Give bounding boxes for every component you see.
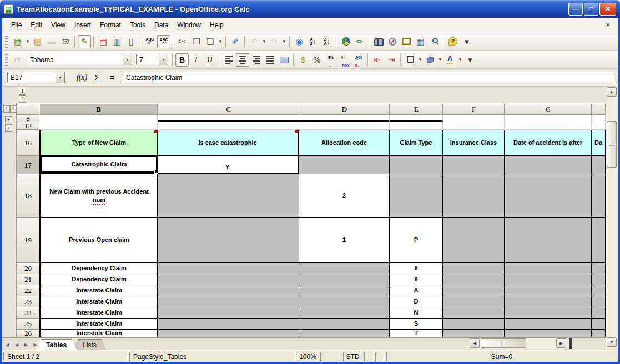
cell-H25[interactable]: [592, 318, 606, 330]
cell-C20[interactable]: [158, 263, 299, 274]
zoom-button[interactable]: [427, 35, 441, 48]
cell-F26[interactable]: [443, 330, 505, 337]
menu-view[interactable]: View: [47, 19, 70, 31]
cell-B18[interactable]: New Claim with previous Accidentnum: [39, 174, 158, 218]
cell-D18[interactable]: 2: [299, 174, 390, 218]
cell-C18[interactable]: [158, 174, 299, 218]
menu-insert[interactable]: Insert: [70, 19, 95, 31]
cell-D26[interactable]: [299, 330, 390, 337]
row-outline-level-2-button[interactable]: 2: [10, 105, 17, 113]
selection-mode-indicator[interactable]: STD: [343, 352, 362, 361]
header-corner[interactable]: [17, 103, 39, 115]
status-blank-panel[interactable]: [364, 352, 374, 361]
page-style-indicator[interactable]: PageStyle_Tables: [129, 352, 296, 361]
number-format-currency-button[interactable]: $: [296, 53, 310, 67]
column-header-d[interactable]: D: [299, 103, 390, 115]
insert-chart-button[interactable]: [339, 35, 352, 48]
column-header-g[interactable]: G: [505, 103, 592, 115]
title-bar[interactable]: ▦ TeamAllocationExample_TYPICAL_EXAMPLE …: [0, 0, 620, 18]
status-blank-panel[interactable]: [320, 352, 341, 361]
cell-B25[interactable]: Interstate Claim: [39, 318, 158, 330]
cell-F18[interactable]: [443, 174, 505, 218]
cell-E26[interactable]: T: [390, 330, 443, 337]
font-size-combo[interactable]: 7▼: [136, 54, 168, 65]
align-right-button[interactable]: [250, 53, 263, 67]
scroll-down-button[interactable]: ▼: [607, 337, 617, 347]
cell-B16[interactable]: Type of New Claim: [39, 130, 158, 156]
underline-button[interactable]: U: [203, 53, 216, 67]
paste-button[interactable]: ❑: [204, 35, 217, 48]
italic-button[interactable]: I: [189, 53, 203, 67]
cell-F19[interactable]: [443, 218, 505, 263]
help-button[interactable]: ?: [446, 35, 460, 48]
page-preview-button[interactable]: ▯: [124, 35, 138, 48]
cell-H17[interactable]: [592, 156, 606, 174]
background-color-button[interactable]: [424, 53, 437, 67]
sheet-indicator[interactable]: Sheet 1 / 2: [3, 352, 128, 361]
row-header-20[interactable]: 20: [17, 263, 39, 274]
window-split-handle[interactable]: [569, 338, 572, 349]
hyperlink-button[interactable]: ◉: [293, 35, 306, 48]
row-header-24[interactable]: 24: [17, 307, 39, 318]
save-document-button[interactable]: ▬: [45, 35, 58, 48]
cell-G12[interactable]: [505, 122, 592, 130]
cell-E21[interactable]: 9: [390, 274, 443, 285]
cell-E23[interactable]: D: [390, 296, 443, 307]
find-replace-button[interactable]: [372, 35, 385, 48]
new-document-dropdown-icon[interactable]: ▼: [25, 35, 31, 48]
scroll-left-button[interactable]: ◀: [470, 338, 480, 348]
cell-G17[interactable]: [505, 156, 592, 174]
cell-F16[interactable]: Insurance Class: [443, 130, 505, 156]
column-header-e[interactable]: E: [390, 103, 443, 115]
row-header-18[interactable]: 18: [17, 174, 39, 218]
cell-D25[interactable]: [299, 318, 390, 330]
borders-button[interactable]: [404, 53, 417, 67]
first-sheet-button[interactable]: |◀: [2, 340, 12, 350]
cell-E17[interactable]: [390, 156, 443, 174]
cell-F17[interactable]: [443, 156, 505, 174]
cell-C22[interactable]: [158, 285, 299, 296]
merge-cells-button[interactable]: [278, 53, 291, 67]
edit-file-button[interactable]: ✎: [78, 35, 91, 48]
cell-G8[interactable]: [505, 115, 592, 122]
column-header-b[interactable]: B: [39, 103, 158, 115]
scroll-up-button[interactable]: ▲: [607, 87, 617, 97]
new-document-button[interactable]: ▦: [11, 35, 24, 48]
font-name-combo[interactable]: Tahoma▼: [27, 54, 132, 65]
cell-D12[interactable]: [299, 122, 390, 130]
bold-button[interactable]: B: [175, 53, 189, 67]
cell-C24[interactable]: [158, 307, 299, 318]
add-decimal-place-button[interactable]: 0→.000: [338, 53, 351, 67]
cell-C19[interactable]: [158, 218, 299, 263]
align-center-button[interactable]: [236, 53, 249, 67]
sum-button[interactable]: Σ: [89, 72, 104, 84]
cell-F25[interactable]: [443, 318, 505, 330]
sum-indicator[interactable]: Sum=0: [386, 352, 617, 361]
menu-format[interactable]: Format: [95, 19, 125, 31]
cell-E20[interactable]: 8: [390, 263, 443, 274]
cell-D16[interactable]: Allocation code: [299, 130, 390, 156]
cell-B21[interactable]: Dependency Claim: [39, 274, 158, 285]
cell-C21[interactable]: [158, 274, 299, 285]
cell-H20[interactable]: [592, 263, 606, 274]
column-header-c[interactable]: C: [158, 103, 299, 115]
background-color-dropdown-icon[interactable]: ▼: [437, 53, 443, 67]
number-format-percent-button[interactable]: %: [310, 53, 324, 67]
font-name-dropdown-icon[interactable]: ▼: [123, 54, 132, 65]
decrease-indent-button[interactable]: ⇤: [371, 53, 384, 67]
cell-F22[interactable]: [443, 285, 505, 296]
cell-C23[interactable]: [158, 296, 299, 307]
cell-G16[interactable]: Date of accident is after: [505, 130, 592, 156]
auto-spellcheck-button[interactable]: ABC~~: [157, 35, 170, 48]
close-document-icon[interactable]: ×: [603, 21, 612, 29]
cell-C25[interactable]: [158, 318, 299, 330]
vertical-scrollbar[interactable]: ▲▼: [606, 87, 617, 348]
sheet-tab-lists[interactable]: Lists: [73, 339, 107, 350]
increase-indent-button[interactable]: ⇥: [385, 53, 398, 67]
cell-F8[interactable]: [443, 115, 505, 122]
font-color-dropdown-icon[interactable]: ▼: [457, 53, 463, 67]
cell-C17[interactable]: Y: [158, 156, 299, 174]
cell-H16[interactable]: Da: [592, 130, 606, 156]
cell-E22[interactable]: A: [390, 285, 443, 296]
cell-D19[interactable]: 1: [299, 218, 390, 263]
